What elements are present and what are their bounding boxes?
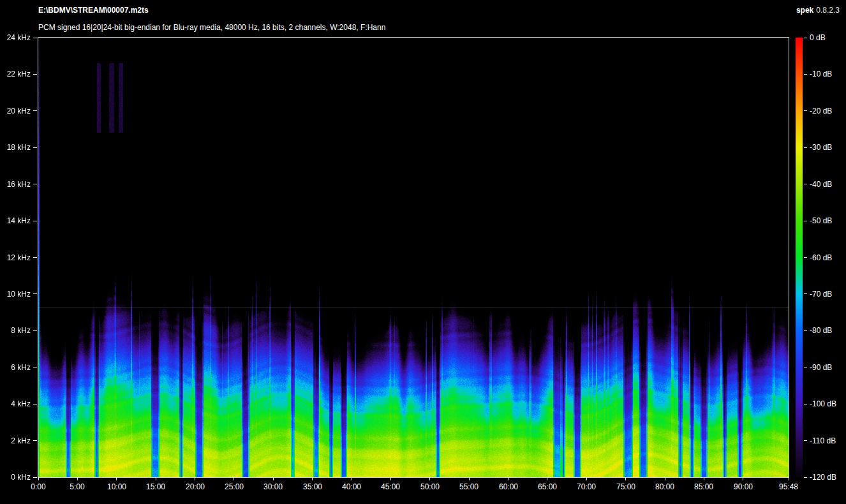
db-tick-label: -60 dB [810,253,844,262]
time-tick [586,477,587,480]
time-tick-label: 55:00 [453,482,485,491]
frequency-tick-label: 22 kHz [0,70,31,78]
db-tick-label: -10 dB [810,70,844,78]
db-colorbar [796,38,803,477]
time-tick [789,477,789,480]
time-tick-label: 65:00 [531,482,563,491]
db-tick-label: 0 dB [810,33,844,42]
db-tick [804,477,807,478]
time-tick [38,477,39,480]
frequency-tick-label: 20 kHz [0,107,31,115]
time-tick [352,477,352,480]
time-tick [665,477,665,480]
db-tick-label: -120 dB [810,473,844,482]
time-tick [625,477,626,480]
db-tick [804,293,807,294]
time-tick-label: 95:48 [773,482,805,491]
time-tick-label: 30:00 [257,482,289,491]
frequency-tick [33,257,37,258]
time-tick [77,477,78,480]
frequency-tick [33,440,37,441]
frequency-tick-label: 18 kHz [0,143,31,152]
time-tick-label: 0:00 [22,482,54,491]
db-tick-label: -20 dB [810,107,844,115]
frequency-tick [33,110,37,111]
db-tick [804,221,807,221]
time-tick [429,477,430,480]
time-tick-label: 10:00 [101,482,133,491]
frequency-tick-label: 6 kHz [0,363,31,372]
frequency-tick [33,404,37,404]
time-tick-label: 90:00 [727,482,759,491]
frequency-tick-label: 0 kHz [0,473,31,482]
time-tick-label: 70:00 [570,482,602,491]
frequency-tick [33,184,37,184]
time-tick-label: 35:00 [297,482,329,491]
frequency-tick [33,477,37,478]
app-window: { "app": { "name": "spek", "version": "0… [0,0,846,504]
app-name: spek [796,6,813,15]
frequency-tick [33,74,37,75]
time-tick-label: 50:00 [414,482,446,491]
frequency-tick-label: 16 kHz [0,180,31,189]
frequency-tick [33,330,37,331]
time-tick [508,477,508,480]
time-tick [195,477,195,480]
db-tick [804,38,807,38]
frequency-tick [33,221,37,221]
frequency-tick-label: 2 kHz [0,436,31,445]
db-tick-label: -70 dB [810,290,844,299]
time-tick [704,477,704,480]
time-tick-label: 25:00 [218,482,250,491]
db-tick [804,440,807,441]
db-tick-label: -80 dB [810,326,844,335]
db-tick-label: -110 dB [810,436,844,445]
db-tick [804,367,807,367]
time-tick [273,477,274,480]
time-tick-label: 60:00 [493,482,524,491]
time-tick [390,477,391,480]
frequency-tick-label: 24 kHz [0,33,31,42]
time-tick [743,477,743,480]
db-tick [804,404,807,404]
frequency-tick-label: 14 kHz [0,216,31,225]
time-tick-label: 40:00 [336,482,367,491]
db-tick-label: -90 dB [810,363,844,372]
frequency-tick-label: 8 kHz [0,326,31,335]
db-tick-label: -30 dB [810,143,844,152]
time-tick-label: 85:00 [688,482,720,491]
time-tick [116,477,117,480]
db-tick [804,184,807,184]
time-tick [547,477,547,480]
time-tick [156,477,156,480]
frequency-tick [33,147,37,148]
time-tick-label: 45:00 [375,482,406,491]
time-tick-label: 15:00 [140,482,172,491]
spectrogram-canvas [38,38,789,477]
db-tick [804,147,807,148]
frequency-tick [33,38,37,38]
frequency-tick-label: 4 kHz [0,399,31,408]
time-tick-label: 75:00 [610,482,642,491]
db-tick [804,110,807,111]
time-tick [234,477,234,480]
db-tick [804,330,807,331]
frequency-tick [33,293,37,294]
time-tick [312,477,313,480]
db-tick-label: -100 dB [810,399,844,408]
stream-info-subtitle: PCM signed 16|20|24-bit big-endian for B… [38,23,385,32]
frequency-tick [33,367,37,367]
file-path-title: E:\BDMV\STREAM\00007.m2ts [38,6,149,15]
time-tick-label: 20:00 [179,482,211,491]
db-tick [804,74,807,75]
time-tick-label: 5:00 [61,482,93,491]
time-tick-label: 80:00 [649,482,681,491]
db-tick-label: -50 dB [810,216,844,225]
frequency-tick-label: 12 kHz [0,253,31,262]
app-version: 0.8.2.3 [816,6,840,15]
plot-area [38,37,789,478]
time-tick [469,477,470,480]
app-brand: spek0.8.2.3 [796,6,840,15]
db-tick [804,257,807,258]
db-tick-label: -40 dB [810,180,844,189]
